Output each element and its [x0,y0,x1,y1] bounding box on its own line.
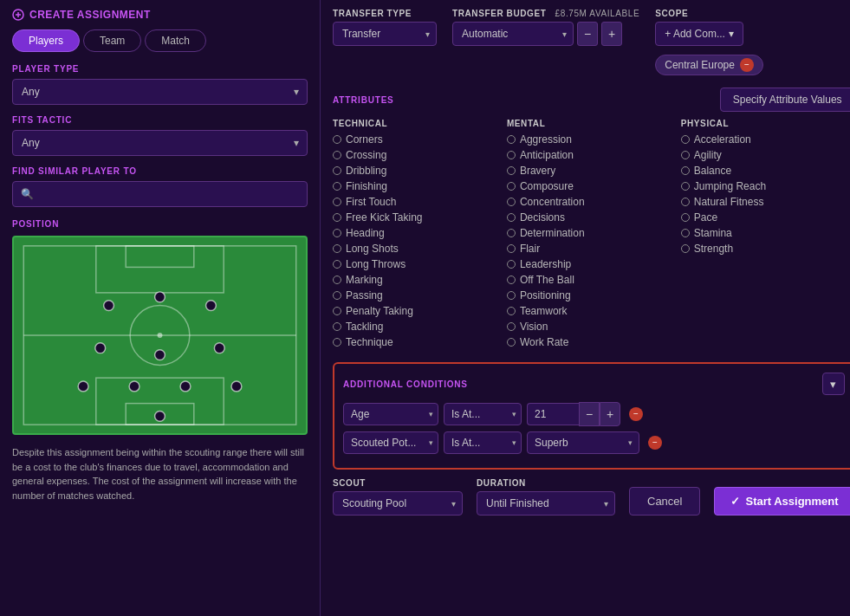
stamina-circle [681,229,690,237]
svg-point-13 [129,381,140,392]
check-icon: ✓ [730,495,740,508]
cancel-button[interactable]: Cancel [629,487,700,515]
first-touch-circle [333,198,341,206]
mental-item: Flair [507,243,681,255]
agility-circle [681,151,690,159]
concentration-circle [507,198,516,206]
potential-field-wrap: Scouted Pot... ▾ [343,431,438,454]
age-value-input[interactable] [527,403,579,425]
start-assignment-button[interactable]: ✓ Start Assignment [714,487,850,515]
mental-item: Composure [507,180,681,192]
age-value-wrap: − + [527,402,620,426]
work-rate-circle [507,338,516,347]
add-competition-button[interactable]: + Add Com... ▾ [655,22,743,46]
technical-item: Tackling [333,321,507,333]
technical-col: TECHNICAL Corners Crossing Dribbling Fin… [333,119,507,352]
svg-point-12 [78,381,88,392]
mental-item: Leadership [507,258,681,270]
scope-remove-button[interactable]: − [740,58,754,72]
physical-item: Acceleration [681,133,850,146]
scope-tag: Central Europe − [655,55,763,75]
physical-item: Agility [681,149,850,161]
tab-team[interactable]: Team [83,29,141,52]
pitch-svg [14,237,306,433]
scope-group: SCOPE + Add Com... ▾ Central Europe − [655,9,850,75]
potential-operator-select[interactable]: Is At... [444,431,522,454]
player-type-select[interactable]: Any [12,79,308,105]
physical-item: Natural Fitness [681,196,850,208]
mental-item: Decisions [507,211,681,224]
age-remove-button[interactable]: − [629,407,643,421]
acceleration-circle [681,135,690,144]
find-similar-input[interactable] [12,181,308,207]
technical-item: Free Kick Taking [333,211,507,224]
technical-item: Finishing [333,180,507,192]
position-label: POSITION [12,219,308,229]
scout-label: SCOUT [333,478,463,488]
fits-tactic-select[interactable]: Any [12,130,308,156]
age-plus-button[interactable]: + [600,402,620,426]
svg-rect-8 [126,246,194,268]
transfer-type-select-wrap: Transfer ▾ [333,22,437,46]
condition-row-potential: Scouted Pot... ▾ Is At... ▾ Superb ▾ − [343,431,845,454]
mental-item: Anticipation [507,149,681,161]
transfer-type-group: TRANSFER TYPE Transfer ▾ [333,9,437,46]
scout-select[interactable]: Scouting Pool [333,491,463,515]
marking-circle [333,276,341,284]
age-operator-select[interactable]: Is At... [444,403,522,425]
attributes-section: ATTRIBUTES Specify Attribute Values TECH… [333,88,850,352]
pace-circle [681,213,690,222]
mental-item: Bravery [507,165,681,177]
budget-select[interactable]: Automatic [452,22,574,46]
collapse-conditions-button[interactable]: ▾ [822,373,845,395]
transfer-budget-group: TRANSFER BUDGET £8.75M Available Automat… [452,9,639,46]
potential-value-select[interactable]: Superb [527,431,639,454]
dribbling-circle [333,166,341,175]
bottom-bar: SCOUT Scouting Pool ▾ DURATION Until Fin… [333,478,850,515]
transfer-budget-label: TRANSFER BUDGET £8.75M Available [452,9,639,18]
tabs-container: Players Team Match [12,29,308,52]
technical-item: Heading [333,227,507,239]
transfer-type-select[interactable]: Transfer [333,22,437,46]
age-field-select[interactable]: Age [343,403,438,425]
condition-row-age: Age ▾ Is At... ▾ − + − [343,402,845,426]
additional-conditions-label: ADDITIONAL CONDITIONS [343,379,468,389]
additional-conditions-header: ADDITIONAL CONDITIONS ▾ [343,373,845,395]
svg-rect-7 [96,246,224,293]
football-pitch[interactable] [12,236,308,435]
age-minus-button[interactable]: − [579,402,600,426]
svg-point-11 [155,411,165,421]
scout-select-wrap: Scouting Pool ▾ [333,491,463,515]
budget-select-wrap: Automatic ▾ [452,22,574,46]
specify-attributes-button[interactable]: Specify Attribute Values [720,88,850,112]
svg-point-18 [214,343,224,353]
positioning-circle [507,291,516,300]
find-similar-label: FIND SIMILAR PLAYER TO [12,166,308,176]
tab-match[interactable]: Match [145,29,206,52]
top-bar: TRANSFER TYPE Transfer ▾ TRANSFER BUDGET… [333,9,850,75]
decisions-circle [507,213,516,222]
technical-item: Dribbling [333,165,507,177]
mental-item: Vision [507,321,681,333]
bravery-circle [507,166,516,175]
budget-minus-button[interactable]: − [577,22,598,46]
duration-select[interactable]: Until Finished [477,491,615,515]
mental-item: Determination [507,227,681,239]
strength-circle [681,244,690,253]
physical-item: Stamina [681,227,850,239]
svg-point-15 [231,381,242,392]
budget-plus-button[interactable]: + [601,22,622,46]
search-input-wrapper: 🔍 [12,181,308,207]
physical-col: PHYSICAL Acceleration Agility Balance Ju… [681,119,850,352]
mental-col: MENTAL Aggression Anticipation Bravery C… [507,119,681,352]
potential-operator-wrap: Is At... ▾ [444,431,522,454]
potential-field-select[interactable]: Scouted Pot... [343,431,438,454]
technical-item: Penalty Taking [333,305,507,317]
potential-remove-button[interactable]: − [648,436,662,450]
anticipation-circle [507,151,516,159]
long-throws-circle [333,260,341,269]
mental-item: Concentration [507,196,681,208]
jumping-circle [681,182,690,191]
add-competition-arrow-icon: ▾ [729,28,734,40]
tab-players[interactable]: Players [12,29,80,52]
